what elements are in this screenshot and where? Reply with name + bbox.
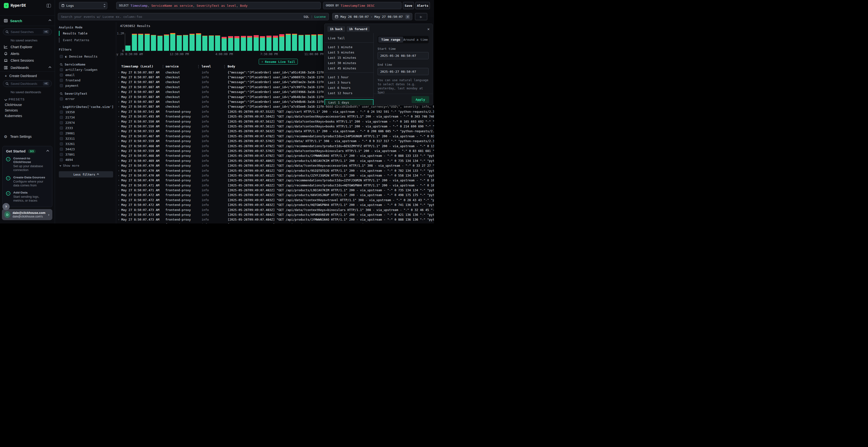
row-expander-icon[interactable]: › — [118, 110, 120, 113]
time-preset-last-1-minute[interactable]: Last 1 minute — [324, 44, 373, 49]
row-expander-icon[interactable]: › — [118, 139, 120, 143]
row-expander-icon[interactable]: › — [118, 95, 120, 99]
row-expander-icon[interactable]: › — [118, 208, 120, 211]
sidebar-item-kubernetes[interactable]: Kubernetes — [0, 112, 55, 118]
filter-group-header[interactable]: LogAttributes['cache.size'] — [60, 105, 114, 109]
column-timestamp[interactable]: Timestamp (Local) — [121, 65, 153, 68]
get-started-header[interactable]: Get Started 3/3 — [6, 149, 49, 153]
resume-live-tail-button[interactable]: ⚡ Resume Live Tail — [259, 59, 298, 65]
table-row[interactable]: ›May 27 8:50:07.474 AMfrontend-proxyinfo… — [116, 222, 434, 224]
row-expander-icon[interactable]: › — [118, 105, 120, 108]
time-preset-last-5-minutes[interactable]: Last 5 minutes — [324, 49, 373, 55]
filter-value-row[interactable]: 37801 — [60, 153, 114, 156]
filter-group-header[interactable]: SeverityText — [60, 92, 114, 95]
sidebar-item-chart-explorer[interactable]: Chart Explorer — [0, 44, 55, 50]
create-dashboard-button[interactable]: + Create Dashboard — [0, 72, 55, 78]
sidebar-collapse-icon[interactable] — [46, 4, 51, 7]
row-expander-icon[interactable]: › — [118, 154, 120, 157]
row-expander-icon[interactable]: › — [118, 90, 120, 94]
checkbox[interactable] — [60, 73, 63, 77]
row-expander-icon[interactable]: › — [118, 218, 120, 221]
checkbox[interactable] — [60, 79, 63, 82]
get-started-step[interactable]: ✓ Connect to ClickHouse Set up your data… — [6, 157, 49, 172]
row-expander-icon[interactable]: › — [118, 85, 120, 89]
row-expander-icon[interactable]: › — [118, 199, 120, 202]
run-query-button[interactable]: ▷ — [415, 13, 427, 20]
filter-value-row[interactable]: payment — [60, 84, 114, 88]
table-row[interactable]: ›May 27 8:50:07.550 AMfrontend-proxyinfo… — [116, 119, 434, 124]
presets-toggle[interactable]: PRESETS — [5, 98, 55, 101]
row-expander-icon[interactable]: › — [118, 159, 120, 162]
row-expander-icon[interactable]: › — [118, 213, 120, 216]
checkbox[interactable] — [60, 142, 63, 145]
time-preset-last-1-days[interactable]: Last 1 days — [324, 99, 373, 105]
filter-value-row[interactable]: 29081 — [60, 132, 114, 135]
mode-lucene[interactable]: Lucene — [314, 15, 326, 19]
table-row[interactable]: ›May 27 8:50:07.470 AMfrontend-proxyinfo… — [116, 173, 434, 178]
filter-value-row[interactable]: 33261 — [60, 142, 114, 146]
table-row[interactable]: ›May 27 8:50:07.559 AMfrontend-proxyinfo… — [116, 138, 434, 143]
column-resize-handle[interactable] — [198, 65, 199, 68]
table-row[interactable]: ›May 27 8:50:07.471 AMfrontend-proxyinfo… — [116, 183, 434, 187]
column-level[interactable]: level — [202, 65, 211, 68]
saved-searches-input[interactable]: Saved Searches ⌘K — [3, 28, 52, 35]
column-resize-handle[interactable] — [224, 65, 225, 68]
checkbox[interactable] — [60, 110, 63, 114]
checkbox[interactable] — [60, 116, 63, 119]
table-row[interactable]: ›May 27 8:50:07.541 AMfrontend-proxyinfo… — [116, 109, 434, 114]
filter-value-row[interactable]: email — [60, 73, 114, 77]
row-expander-icon[interactable]: › — [118, 149, 120, 152]
row-expander-icon[interactable]: › — [118, 184, 120, 187]
row-expander-icon[interactable]: › — [118, 80, 120, 83]
start-time-input[interactable]: 2025-05-26 08:50:07 — [378, 52, 429, 59]
table-row[interactable]: ›May 27 8:50:07.470 AMfrontend-proxyinfo… — [116, 178, 434, 183]
table-row[interactable]: ›May 27 8:50:07.470 AMfrontend-proxyinfo… — [116, 163, 434, 168]
shift-1h-forward-button[interactable]: 1h forward — [347, 26, 370, 32]
less-filters-button[interactable]: Less filters — [59, 171, 113, 177]
row-expander-icon[interactable]: › — [118, 179, 120, 182]
table-row[interactable]: ›May 27 8:50:07.473 AMfrontend-proxyinfo… — [116, 217, 434, 222]
shift-1h-back-button[interactable]: 1h back — [328, 26, 345, 32]
denoise-results-checkbox-row[interactable]: ◐ Denoise Results — [60, 55, 114, 58]
row-expander-icon[interactable]: › — [118, 125, 120, 128]
filter-value-row[interactable]: 19350 — [60, 110, 114, 114]
checkbox[interactable] — [60, 68, 63, 71]
row-expander-icon[interactable]: › — [118, 164, 120, 167]
time-preset-last-6-hours[interactable]: Last 6 hours — [324, 85, 373, 90]
search-input[interactable]: Search your events w/ Lucene ex. column:… — [58, 13, 329, 20]
saved-dashboards-input[interactable]: Saved Dashboards ⌘K — [3, 80, 52, 87]
close-icon[interactable]: ✕ — [427, 27, 430, 31]
row-expander-icon[interactable]: › — [118, 203, 120, 206]
sidebar-item-client-sessions[interactable]: Client Sessions — [0, 57, 55, 64]
mode-sql[interactable]: SQL — [304, 15, 309, 19]
apply-button[interactable]: Apply — [411, 96, 429, 103]
column-service[interactable]: service — [165, 65, 179, 68]
source-select[interactable]: Logs — [59, 2, 107, 9]
table-row[interactable]: ›May 27 8:50:07.473 AMfrontend-proxyinfo… — [116, 207, 434, 212]
sidebar-item-services[interactable]: Services — [0, 107, 55, 112]
filter-value-row[interactable]: 34423 — [60, 147, 114, 151]
orderby-editor[interactable]: ORDER BY TimestampTime DESC — [323, 2, 401, 9]
table-row[interactable]: ›May 27 8:50:07.472 AMfrontend-proxyinfo… — [116, 198, 434, 202]
filter-group-header[interactable]: ServiceName — [60, 63, 114, 66]
row-expander-icon[interactable]: › — [118, 194, 120, 197]
filter-value-row[interactable]: 4894 — [60, 158, 114, 162]
table-row[interactable]: ›May 27 8:50:07.468 AMfrontend-proxyinfo… — [116, 143, 434, 148]
checkbox[interactable] — [60, 55, 63, 58]
checkbox[interactable] — [60, 84, 63, 87]
filter-value-row[interactable]: 21734 — [60, 115, 114, 119]
filter-value-row[interactable]: 22974 — [60, 121, 114, 125]
table-row[interactable]: ›May 27 8:50:07.493 AMfrontend-proxyinfo… — [116, 114, 434, 119]
row-expander-icon[interactable]: › — [118, 188, 120, 192]
time-preset-last-30-minutes[interactable]: Last 30 minutes — [324, 60, 373, 66]
column-body[interactable]: Body — [227, 65, 235, 68]
filter-value-row[interactable]: 2333 — [60, 126, 114, 130]
tab-around-a-time[interactable]: Around a time — [403, 37, 428, 43]
time-preset-last-12-hours[interactable]: Last 12 hours — [324, 90, 373, 96]
get-started-step[interactable]: ✓ Add Data Start sending logs, metrics, … — [6, 191, 49, 203]
tab-results-table[interactable]: Results Table — [59, 31, 114, 36]
table-row[interactable]: ›May 27 8:50:07.550 AMfrontend-proxyinfo… — [116, 124, 434, 129]
row-expander-icon[interactable]: › — [118, 115, 120, 118]
alerts-button[interactable]: Alerts — [415, 2, 430, 9]
sidebar-item-search[interactable]: Search — [0, 15, 55, 26]
